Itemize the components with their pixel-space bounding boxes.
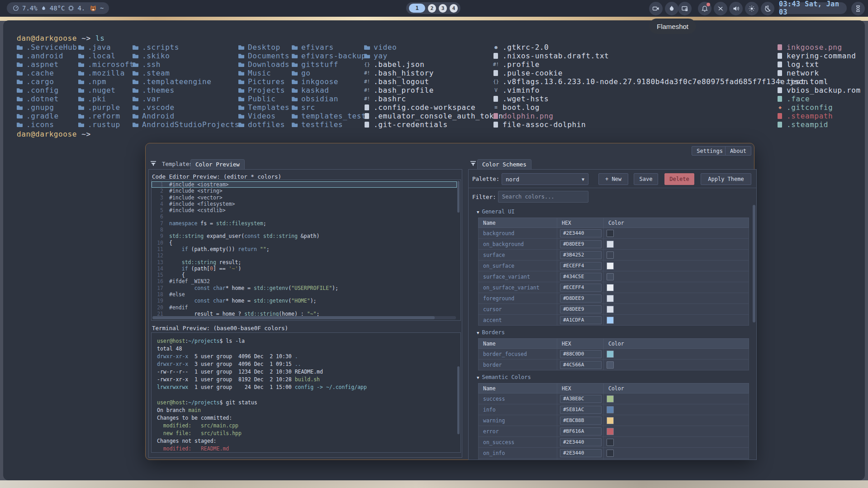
- volume-icon[interactable]: [729, 2, 743, 15]
- palette-dropdown[interactable]: nord ▼: [502, 173, 588, 185]
- notifications-bell-icon[interactable]: [698, 2, 711, 15]
- terminal-vertical-scrollbar[interactable]: [457, 334, 460, 450]
- file-entry: src: [292, 103, 366, 112]
- file-icon: [493, 53, 498, 59]
- prompt-arrow: [77, 34, 81, 43]
- about-button[interactable]: About: [725, 146, 751, 156]
- tab-color-schemes[interactable]: Color Schemes: [477, 159, 531, 169]
- terminal-token: On branch: [157, 407, 188, 413]
- hex-value-input[interactable]: #5E81AC: [560, 406, 602, 414]
- column-header: HEX: [557, 218, 604, 228]
- workspace-switcher: 1 2 3 4: [406, 2, 460, 14]
- file-name: .nixos-unstab.draft.txt: [503, 52, 609, 60]
- bluetooth-off-icon[interactable]: [714, 2, 727, 15]
- color-swatch[interactable]: [607, 406, 614, 413]
- screenshot-lock-icon[interactable]: [678, 2, 692, 15]
- clock[interactable]: 03:43 Sat, Jan 03: [779, 2, 847, 14]
- hex-value-input[interactable]: #D8DEE9: [560, 240, 602, 248]
- color-swatch[interactable]: [607, 273, 614, 280]
- delete-button[interactable]: Delete: [664, 173, 694, 185]
- color-swatch[interactable]: [607, 284, 614, 291]
- terminal-preview[interactable]: user@host:~/projects$ ls -latotal 48drwx…: [151, 332, 461, 453]
- cat-icon: [90, 5, 97, 12]
- workspace-4[interactable]: 4: [450, 4, 458, 13]
- hex-value-input[interactable]: #2E3440: [560, 438, 602, 446]
- hex-value-input[interactable]: #EBCB8B: [560, 417, 602, 425]
- file-entry: ●.gtkrc-2.0: [493, 43, 808, 52]
- collapse-funnel-icon[interactable]: [150, 161, 157, 166]
- color-swatch[interactable]: [607, 439, 614, 446]
- folder-icon: [292, 122, 298, 127]
- file-entry: .cache: [17, 69, 77, 77]
- file-entry: .pulse-cookie: [493, 69, 808, 77]
- hex-value-input[interactable]: #3B4252: [560, 251, 602, 259]
- panel-vertical-scrollbar[interactable]: [753, 205, 755, 458]
- column-header: Name: [479, 384, 557, 393]
- color-swatch[interactable]: [607, 241, 614, 248]
- section-title[interactable]: ▼Borders: [477, 329, 751, 336]
- apply-theme-button[interactable]: Apply Theme: [701, 173, 751, 185]
- tab-color-preview[interactable]: Color Preview: [190, 159, 245, 169]
- color-swatch[interactable]: [607, 295, 614, 302]
- color-swatch[interactable]: [607, 262, 614, 270]
- code-token: [169, 285, 194, 291]
- file-entry: yay: [364, 52, 503, 60]
- file-entry: Public: [238, 95, 289, 103]
- color-swatch[interactable]: [607, 251, 614, 259]
- color-name: accent: [479, 315, 557, 326]
- file-name: .var: [142, 95, 161, 103]
- collapse-funnel-icon[interactable]: [470, 161, 476, 166]
- color-table: NameHEXColorborder_focused#88C0D0border#…: [478, 338, 749, 370]
- color-swatch[interactable]: [607, 230, 614, 237]
- color-swatch[interactable]: [607, 450, 614, 457]
- hex-value-input[interactable]: #2E3440: [560, 229, 602, 237]
- video-recorder-icon[interactable]: [649, 2, 663, 15]
- editor-horizontal-scrollbar[interactable]: [152, 316, 456, 319]
- file-entry: #!.bash_history: [364, 69, 503, 77]
- tray-hourglass-icon[interactable]: [851, 2, 865, 15]
- hex-value-input[interactable]: #BF616A: [560, 427, 602, 436]
- folder-icon: [133, 105, 138, 110]
- section-title[interactable]: ▼Semantic Colors: [477, 374, 751, 380]
- hex-value-input[interactable]: #4C566A: [560, 361, 602, 369]
- new-palette-button[interactable]: + New: [598, 173, 628, 185]
- hex-value-input[interactable]: #A1CDFA: [560, 316, 602, 324]
- hex-value-input[interactable]: #ECEFF4: [560, 284, 602, 292]
- save-button[interactable]: Save: [634, 173, 658, 185]
- color-swatch[interactable]: [607, 428, 614, 435]
- color-table: NameHEXColorbackground#2E3440on_backgrou…: [478, 218, 749, 326]
- terminal-line: Changes to be committed:: [157, 414, 456, 422]
- color-swatch[interactable]: [607, 351, 614, 358]
- home-directory-pill[interactable]: ~: [84, 2, 109, 14]
- workspace-1-active[interactable]: 1: [409, 4, 425, 13]
- flameshot-flame-icon[interactable]: [665, 2, 678, 15]
- hex-value-input[interactable]: #2E3440: [560, 449, 602, 457]
- file-name: inkgoose: [301, 77, 338, 86]
- workspace-3[interactable]: 3: [439, 4, 447, 13]
- file-name: testfiles: [301, 120, 343, 129]
- color-swatch[interactable]: [607, 361, 614, 369]
- settings-button[interactable]: Settings: [692, 146, 728, 156]
- file-name: .bash_history: [374, 69, 434, 77]
- hex-value-input[interactable]: #A3BE8C: [560, 395, 602, 403]
- hex-value-input[interactable]: #88C0D0: [560, 350, 602, 358]
- color-swatch[interactable]: [607, 306, 614, 313]
- hex-value-input[interactable]: #ECEFF4: [560, 262, 602, 270]
- brightness-sun-icon[interactable]: [745, 2, 759, 15]
- editor-vertical-scrollbar[interactable]: [457, 181, 460, 315]
- file-entry: .templateengine: [133, 77, 239, 86]
- folder-icon: [292, 62, 298, 67]
- folder-icon: [292, 53, 298, 58]
- night-light-off-icon[interactable]: [761, 2, 774, 15]
- color-swatch[interactable]: [607, 317, 614, 324]
- code-editor-preview[interactable]: 1#include <iostream>2#include <string>3#…: [151, 180, 461, 321]
- color-swatch[interactable]: [607, 395, 614, 403]
- color-swatch[interactable]: [607, 417, 614, 424]
- workspace-2[interactable]: 2: [428, 4, 436, 13]
- terminal-token: 3 user group 4096 Dec 1 09:15: [188, 361, 294, 367]
- color-filter-input[interactable]: [498, 191, 588, 203]
- section-title[interactable]: ▼General UI: [477, 208, 751, 215]
- hex-value-input[interactable]: #434C5E: [560, 273, 602, 281]
- hex-value-input[interactable]: #D8DEE9: [560, 305, 602, 313]
- hex-value-input[interactable]: #D8DEE9: [560, 294, 602, 303]
